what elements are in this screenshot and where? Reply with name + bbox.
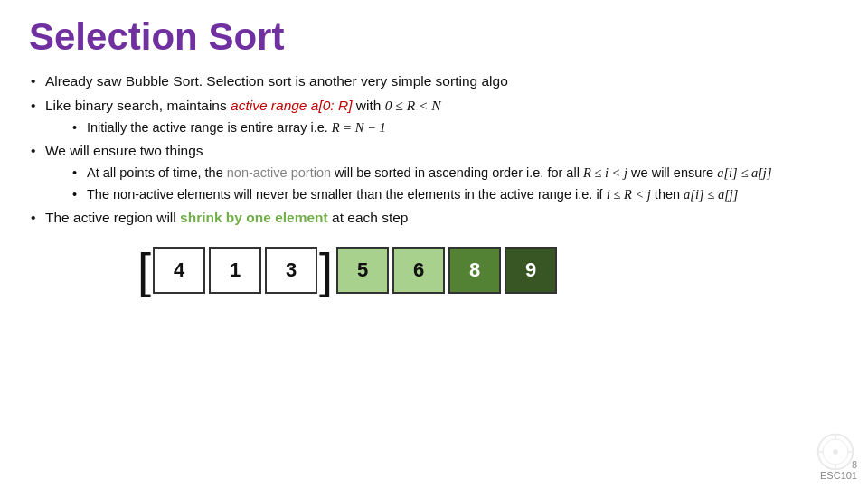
bullet-2-math: 0 ≤ R < N <box>385 98 441 113</box>
slide-title: Selection Sort <box>29 16 839 58</box>
cell-4: 6 <box>392 247 445 294</box>
array-cells: 4 1 3 <box>153 247 317 294</box>
bullet-4-text: The active region will shrink by one ele… <box>45 210 408 225</box>
bracket-left: [ <box>137 246 151 295</box>
array-cells-right: 5 6 8 9 <box>336 247 557 294</box>
bullet-2-sub-1: Initially the active range is entire arr… <box>71 117 839 138</box>
bullet-1-text: Already saw Bubble Sort. Selection sort … <box>45 73 508 89</box>
bullet-3-sub-2: The non-active elements will never be sm… <box>71 184 839 205</box>
cell-1: 1 <box>209 247 261 294</box>
main-bullet-list: Already saw Bubble Sort. Selection sort … <box>29 70 839 230</box>
active-range-highlight: active range a[0: R] <box>231 98 352 113</box>
cell-3: 5 <box>336 247 389 294</box>
cell-6: 9 <box>505 247 557 294</box>
bullet-2-sub: Initially the active range is entire arr… <box>45 117 839 138</box>
bullet-2: Like binary search, maintains active ran… <box>29 95 839 138</box>
bracket-group: [ 4 1 3 ] <box>137 246 333 295</box>
shrink-highlight: shrink by one element <box>180 210 328 225</box>
esc-logo <box>816 432 855 472</box>
cell-5: 8 <box>448 247 501 294</box>
cell-0: 4 <box>153 247 205 294</box>
bullet-3: We will ensure two things At all points … <box>29 140 839 205</box>
slide: Selection Sort Already saw Bubble Sort. … <box>0 0 868 488</box>
array-visualization: [ 4 1 3 ] 5 6 8 9 <box>29 246 839 295</box>
bullet-4: The active region will shrink by one ele… <box>29 207 839 230</box>
cell-2: 3 <box>265 247 317 294</box>
svg-point-2 <box>833 449 837 454</box>
bullet-1: Already saw Bubble Sort. Selection sort … <box>29 70 839 93</box>
non-active-portion: non-active portion <box>227 165 331 180</box>
bullet-3-text: We will ensure two things <box>45 143 203 158</box>
bullet-3-sub-1: At all points of time, the non-active po… <box>71 163 839 183</box>
bullet-3-sub: At all points of time, the non-active po… <box>45 163 839 205</box>
content-area: Already saw Bubble Sort. Selection sort … <box>29 70 839 295</box>
r-eq-n-minus-1: R = N − 1 <box>332 120 386 135</box>
bracket-right: ] <box>319 246 333 295</box>
bullet-2-text: Like binary search, maintains active ran… <box>45 98 441 113</box>
